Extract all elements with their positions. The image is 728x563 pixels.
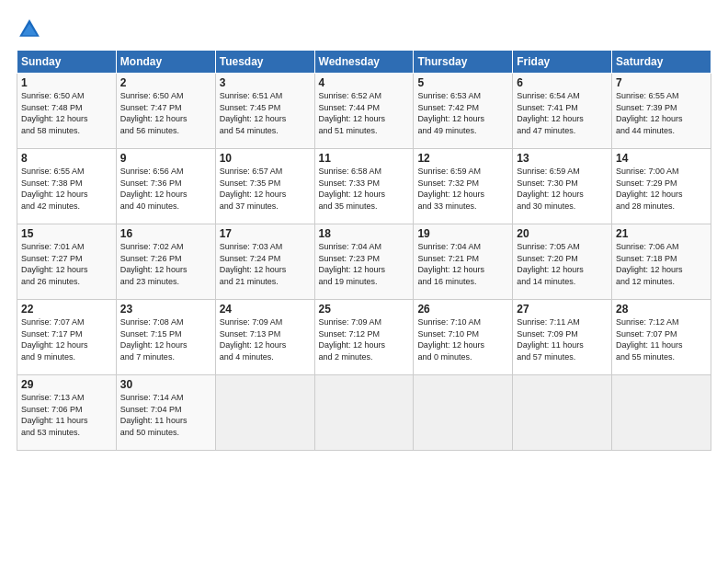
day-info: Sunrise: 7:04 AM Sunset: 7:21 PM Dayligh… (417, 241, 508, 287)
calendar-day-cell (414, 375, 513, 451)
day-number: 19 (417, 227, 508, 240)
day-info: Sunrise: 7:13 AM Sunset: 7:06 PM Dayligh… (21, 392, 112, 438)
day-info: Sunrise: 6:50 AM Sunset: 7:47 PM Dayligh… (120, 90, 211, 136)
calendar-day-cell: 5Sunrise: 6:53 AM Sunset: 7:42 PM Daylig… (414, 74, 513, 149)
day-number: 13 (517, 152, 608, 165)
day-number: 5 (417, 76, 508, 89)
calendar-day-cell: 9Sunrise: 6:56 AM Sunset: 7:36 PM Daylig… (116, 149, 215, 224)
calendar-header: SundayMondayTuesdayWednesdayThursdayFrid… (17, 51, 711, 74)
day-info: Sunrise: 6:57 AM Sunset: 7:35 PM Dayligh… (220, 166, 311, 212)
logo-icon (17, 17, 42, 42)
calendar-day-cell: 28Sunrise: 7:12 AM Sunset: 7:07 PM Dayli… (612, 300, 711, 375)
day-number: 6 (517, 76, 608, 89)
calendar-day-cell: 19Sunrise: 7:04 AM Sunset: 7:21 PM Dayli… (414, 224, 513, 300)
calendar-day-cell: 27Sunrise: 7:11 AM Sunset: 7:09 PM Dayli… (513, 300, 612, 375)
calendar-day-cell: 30Sunrise: 7:14 AM Sunset: 7:04 PM Dayli… (116, 375, 215, 451)
day-info: Sunrise: 6:56 AM Sunset: 7:36 PM Dayligh… (120, 166, 211, 212)
calendar-day-cell: 10Sunrise: 6:57 AM Sunset: 7:35 PM Dayli… (215, 149, 314, 224)
calendar-day-cell: 23Sunrise: 7:08 AM Sunset: 7:15 PM Dayli… (116, 300, 215, 375)
calendar-day-cell (513, 375, 612, 451)
day-info: Sunrise: 7:07 AM Sunset: 7:17 PM Dayligh… (21, 316, 112, 362)
day-info: Sunrise: 7:00 AM Sunset: 7:29 PM Dayligh… (616, 166, 707, 212)
day-number: 7 (616, 76, 707, 89)
day-number: 2 (120, 76, 211, 89)
calendar-week-row: 29Sunrise: 7:13 AM Sunset: 7:06 PM Dayli… (17, 375, 711, 451)
calendar-week-row: 8Sunrise: 6:55 AM Sunset: 7:38 PM Daylig… (17, 149, 711, 224)
day-info: Sunrise: 7:05 AM Sunset: 7:20 PM Dayligh… (517, 241, 608, 287)
day-number: 11 (319, 152, 410, 165)
day-number: 15 (21, 227, 112, 240)
day-number: 9 (120, 152, 211, 165)
day-info: Sunrise: 7:09 AM Sunset: 7:13 PM Dayligh… (220, 316, 311, 362)
calendar-day-cell: 11Sunrise: 6:58 AM Sunset: 7:33 PM Dayli… (314, 149, 414, 224)
day-info: Sunrise: 7:04 AM Sunset: 7:23 PM Dayligh… (319, 241, 410, 287)
calendar-day-cell: 6Sunrise: 6:54 AM Sunset: 7:41 PM Daylig… (513, 74, 612, 149)
calendar-day-cell: 24Sunrise: 7:09 AM Sunset: 7:13 PM Dayli… (215, 300, 314, 375)
calendar-table: SundayMondayTuesdayWednesdayThursdayFrid… (17, 50, 711, 451)
day-number: 25 (319, 303, 410, 316)
calendar-day-cell: 21Sunrise: 7:06 AM Sunset: 7:18 PM Dayli… (612, 224, 711, 300)
calendar-day-cell: 2Sunrise: 6:50 AM Sunset: 7:47 PM Daylig… (116, 74, 215, 149)
calendar-day-cell: 7Sunrise: 6:55 AM Sunset: 7:39 PM Daylig… (612, 74, 711, 149)
calendar-week-row: 1Sunrise: 6:50 AM Sunset: 7:48 PM Daylig… (17, 74, 711, 149)
day-number: 3 (220, 76, 311, 89)
day-number: 16 (120, 227, 211, 240)
day-number: 29 (21, 378, 112, 391)
weekday-header: Saturday (612, 51, 711, 74)
day-info: Sunrise: 7:14 AM Sunset: 7:04 PM Dayligh… (120, 392, 211, 438)
day-info: Sunrise: 7:08 AM Sunset: 7:15 PM Dayligh… (120, 316, 211, 362)
weekday-header: Friday (513, 51, 612, 74)
day-number: 24 (220, 303, 311, 316)
day-number: 28 (616, 303, 707, 316)
day-info: Sunrise: 6:55 AM Sunset: 7:39 PM Dayligh… (616, 90, 707, 136)
page: SundayMondayTuesdayWednesdayThursdayFrid… (0, 0, 728, 563)
day-info: Sunrise: 7:12 AM Sunset: 7:07 PM Dayligh… (616, 316, 707, 362)
weekday-header: Sunday (17, 51, 117, 74)
day-info: Sunrise: 6:53 AM Sunset: 7:42 PM Dayligh… (417, 90, 508, 136)
weekday-header: Wednesday (314, 51, 414, 74)
day-info: Sunrise: 6:54 AM Sunset: 7:41 PM Dayligh… (517, 90, 608, 136)
day-number: 27 (517, 303, 608, 316)
weekday-header: Tuesday (215, 51, 314, 74)
calendar-day-cell: 1Sunrise: 6:50 AM Sunset: 7:48 PM Daylig… (17, 74, 117, 149)
weekday-header: Monday (116, 51, 215, 74)
header (17, 17, 711, 42)
calendar-day-cell: 15Sunrise: 7:01 AM Sunset: 7:27 PM Dayli… (17, 224, 117, 300)
weekday-header: Thursday (414, 51, 513, 74)
calendar-day-cell: 8Sunrise: 6:55 AM Sunset: 7:38 PM Daylig… (17, 149, 117, 224)
day-number: 26 (417, 303, 508, 316)
day-number: 12 (417, 152, 508, 165)
day-info: Sunrise: 7:09 AM Sunset: 7:12 PM Dayligh… (319, 316, 410, 362)
calendar-day-cell: 25Sunrise: 7:09 AM Sunset: 7:12 PM Dayli… (314, 300, 414, 375)
day-info: Sunrise: 7:06 AM Sunset: 7:18 PM Dayligh… (616, 241, 707, 287)
day-info: Sunrise: 6:50 AM Sunset: 7:48 PM Dayligh… (21, 90, 112, 136)
calendar-day-cell: 20Sunrise: 7:05 AM Sunset: 7:20 PM Dayli… (513, 224, 612, 300)
logo (17, 17, 46, 42)
day-info: Sunrise: 6:52 AM Sunset: 7:44 PM Dayligh… (319, 90, 410, 136)
calendar-week-row: 15Sunrise: 7:01 AM Sunset: 7:27 PM Dayli… (17, 224, 711, 300)
calendar-day-cell: 18Sunrise: 7:04 AM Sunset: 7:23 PM Dayli… (314, 224, 414, 300)
day-info: Sunrise: 6:55 AM Sunset: 7:38 PM Dayligh… (21, 166, 112, 212)
day-number: 22 (21, 303, 112, 316)
day-number: 18 (319, 227, 410, 240)
calendar-day-cell: 4Sunrise: 6:52 AM Sunset: 7:44 PM Daylig… (314, 74, 414, 149)
day-number: 20 (517, 227, 608, 240)
calendar-day-cell: 26Sunrise: 7:10 AM Sunset: 7:10 PM Dayli… (414, 300, 513, 375)
day-info: Sunrise: 6:51 AM Sunset: 7:45 PM Dayligh… (220, 90, 311, 136)
day-number: 10 (220, 152, 311, 165)
day-number: 8 (21, 152, 112, 165)
day-info: Sunrise: 6:59 AM Sunset: 7:32 PM Dayligh… (417, 166, 508, 212)
calendar-day-cell (314, 375, 414, 451)
day-number: 23 (120, 303, 211, 316)
calendar-day-cell: 14Sunrise: 7:00 AM Sunset: 7:29 PM Dayli… (612, 149, 711, 224)
day-info: Sunrise: 7:10 AM Sunset: 7:10 PM Dayligh… (417, 316, 508, 362)
calendar-day-cell (215, 375, 314, 451)
day-number: 14 (616, 152, 707, 165)
day-info: Sunrise: 6:59 AM Sunset: 7:30 PM Dayligh… (517, 166, 608, 212)
day-info: Sunrise: 6:58 AM Sunset: 7:33 PM Dayligh… (319, 166, 410, 212)
calendar-day-cell (612, 375, 711, 451)
day-number: 30 (120, 378, 211, 391)
day-info: Sunrise: 7:11 AM Sunset: 7:09 PM Dayligh… (517, 316, 608, 362)
day-info: Sunrise: 7:02 AM Sunset: 7:26 PM Dayligh… (120, 241, 211, 287)
day-info: Sunrise: 7:03 AM Sunset: 7:24 PM Dayligh… (220, 241, 311, 287)
